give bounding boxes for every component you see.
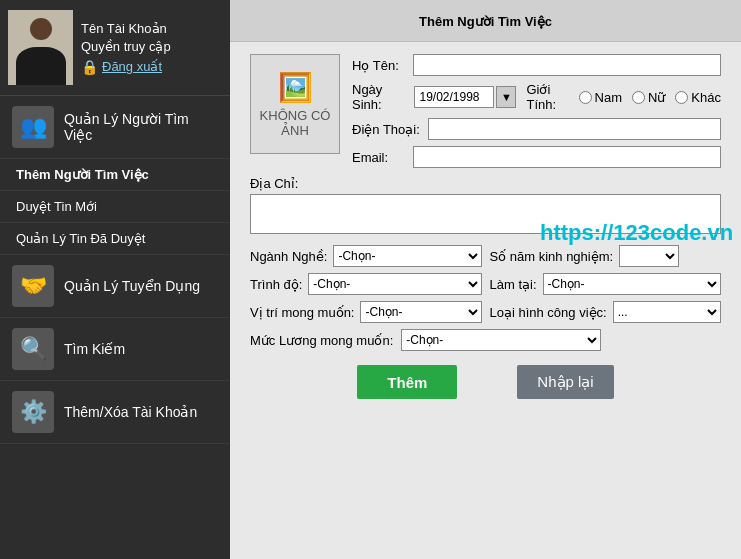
main-header: Thêm Người Tìm Việc <box>230 0 741 42</box>
ho-ten-row: Họ Tên: <box>352 54 721 76</box>
sidebar-item-them-xoa-tai-khoan[interactable]: ⚙️ Thêm/Xóa Tài Khoản <box>0 381 230 444</box>
sidebar-submenu-quan-ly-tin-da-duyet[interactable]: Quản Lý Tin Đã Duyệt <box>0 223 230 255</box>
loai-hinh-col: Loại hình công việc: ... <box>490 301 722 323</box>
image-placeholder-icon: 🖼️ <box>278 71 313 104</box>
loai-hinh-select[interactable]: ... <box>613 301 721 323</box>
sidebar-item-label: Tìm Kiếm <box>64 341 125 357</box>
ho-ten-input[interactable] <box>413 54 721 76</box>
nganh-nghe-select[interactable]: -Chọn- <box>333 245 481 267</box>
users-icon: 👥 <box>12 106 54 148</box>
ho-ten-label: Họ Tên: <box>352 58 407 73</box>
search-icon: 🔍 <box>12 328 54 370</box>
page-title: Thêm Người Tìm Việc <box>419 14 552 29</box>
email-input[interactable] <box>413 146 721 168</box>
trinh-do-label: Trình độ: <box>250 277 302 292</box>
ten-tai-khoan-label: Tên Tài Khoản <box>81 21 171 36</box>
trinh-do-col: Trình độ: -Chọn- <box>250 273 482 295</box>
muc-luong-row: Mức Lương mong muốn: -Chọn- <box>250 329 721 351</box>
so-nam-kn-col: Số năm kinh nghiệm: <box>490 245 722 267</box>
button-row: Thêm Nhập lại <box>250 365 721 399</box>
nganh-nghe-col: Ngành Nghề: -Chọn- <box>250 245 482 267</box>
dia-chi-section: Địa Chỉ: <box>250 176 721 237</box>
trinh-do-select[interactable]: -Chọn- <box>308 273 481 295</box>
sidebar-item-label: Quản Lý Tuyển Dụng <box>64 278 200 294</box>
ngay-sinh-row: Ngày Sinh: ▼ <box>352 82 516 112</box>
ngay-sinh-dropdown-button[interactable]: ▼ <box>496 86 516 108</box>
radio-nu-input[interactable] <box>632 91 645 104</box>
gioi-tinh-label: Giới Tính: <box>526 82 572 112</box>
them-button[interactable]: Thêm <box>357 365 457 399</box>
sidebar-item-quan-ly-tuyen-dung[interactable]: 🤝 Quản Lý Tuyển Dụng <box>0 255 230 318</box>
sidebar-item-label: Quản Lý Người Tìm Việc <box>64 111 218 143</box>
sidebar-item-label: Thêm/Xóa Tài Khoản <box>64 404 197 420</box>
trinh-do-row: Trình độ: -Chọn- Làm tại: -Chọn- <box>250 273 721 295</box>
email-label: Email: <box>352 150 407 165</box>
email-row: Email: <box>352 146 721 168</box>
dia-chi-input[interactable] <box>250 194 721 234</box>
ngay-sinh-input[interactable] <box>414 86 494 108</box>
photo-box[interactable]: 🖼️ KHÔNG CÓ ẢNH <box>250 54 340 154</box>
dia-chi-label: Địa Chỉ: <box>250 176 721 191</box>
vi-tri-label: Vị trí mong muốn: <box>250 305 354 320</box>
nganh-nghe-row: Ngành Nghề: -Chọn- Số năm kinh nghiệm: <box>250 245 721 267</box>
sidebar: Tên Tài Khoản Quyền truy cập 🔒 Đăng xuất… <box>0 0 230 559</box>
dien-thoai-input[interactable] <box>428 118 721 140</box>
vi-tri-row: Vị trí mong muốn: -Chọn- Loại hình công … <box>250 301 721 323</box>
radio-khac-label: Khác <box>691 90 721 105</box>
lam-tai-select[interactable]: -Chọn- <box>543 273 721 295</box>
sidebar-item-quan-ly-nguoi-tim-viec[interactable]: 👥 Quản Lý Người Tìm Việc <box>0 96 230 159</box>
radio-nam[interactable]: Nam <box>579 90 622 105</box>
sidebar-submenu-nguoi-tim-viec: Thêm Người Tìm Việc Duyệt Tin Mới Quản L… <box>0 159 230 255</box>
khong-co-anh-label: KHÔNG CÓ ẢNH <box>251 108 339 138</box>
avatar <box>8 10 73 85</box>
dang-xuat-link[interactable]: Đăng xuất <box>102 59 162 74</box>
radio-nam-label: Nam <box>595 90 622 105</box>
sidebar-submenu-duyet-tin-moi[interactable]: Duyệt Tin Mới <box>0 191 230 223</box>
gear-icon: ⚙️ <box>12 391 54 433</box>
sidebar-profile: Tên Tài Khoản Quyền truy cập 🔒 Đăng xuất <box>0 0 230 96</box>
dien-thoai-label: Điện Thoại: <box>352 122 422 137</box>
top-section: 🖼️ KHÔNG CÓ ẢNH Họ Tên: Ngày Sinh: ▼ <box>250 54 721 168</box>
sidebar-item-tim-kiem[interactable]: 🔍 Tìm Kiếm <box>0 318 230 381</box>
vi-tri-select[interactable]: -Chọn- <box>360 301 481 323</box>
dien-thoai-row: Điện Thoại: <box>352 118 721 140</box>
sidebar-submenu-them-nguoi-tim-viec[interactable]: Thêm Người Tìm Việc <box>0 159 230 191</box>
handshake-icon: 🤝 <box>12 265 54 307</box>
muc-luong-select[interactable]: -Chọn- <box>401 329 601 351</box>
radio-nu[interactable]: Nữ <box>632 90 665 105</box>
vi-tri-col: Vị trí mong muốn: -Chọn- <box>250 301 482 323</box>
loai-hinh-label: Loại hình công việc: <box>490 305 607 320</box>
nganh-nghe-label: Ngành Nghề: <box>250 249 327 264</box>
ngay-sinh-label: Ngày Sinh: <box>352 82 406 112</box>
quyen-truy-cap-label: Quyền truy cập <box>81 39 171 54</box>
so-nam-kn-label: Số năm kinh nghiệm: <box>490 249 614 264</box>
radio-nam-input[interactable] <box>579 91 592 104</box>
radio-khac[interactable]: Khác <box>675 90 721 105</box>
form-area: 🖼️ KHÔNG CÓ ẢNH Họ Tên: Ngày Sinh: ▼ <box>230 42 741 559</box>
nhap-lai-button[interactable]: Nhập lại <box>517 365 613 399</box>
main-content: Thêm Người Tìm Việc 🖼️ KHÔNG CÓ ẢNH Họ T… <box>230 0 741 559</box>
profile-info: Tên Tài Khoản Quyền truy cập 🔒 Đăng xuất <box>81 21 171 75</box>
muc-luong-label: Mức Lương mong muốn: <box>250 333 393 348</box>
lam-tai-label: Làm tại: <box>490 277 537 292</box>
radio-khac-input[interactable] <box>675 91 688 104</box>
so-nam-kn-select[interactable] <box>619 245 679 267</box>
gioi-tinh-radio-group: Nam Nữ Khác <box>579 90 721 105</box>
lam-tai-col: Làm tại: -Chọn- <box>490 273 722 295</box>
right-fields: Họ Tên: Ngày Sinh: ▼ Giới Tính: <box>352 54 721 168</box>
lock-icon: 🔒 <box>81 59 98 75</box>
gioi-tinh-section: Giới Tính: Nam Nữ <box>526 82 721 112</box>
radio-nu-label: Nữ <box>648 90 665 105</box>
